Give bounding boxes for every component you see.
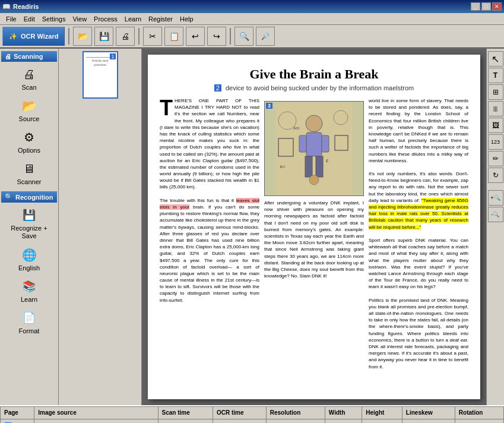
calc-tool-button[interactable]: 123 — [488, 134, 503, 150]
options-label: Options — [18, 147, 40, 154]
status-cell-height: 2602 — [362, 419, 402, 423]
menu-register[interactable]: Register — [145, 14, 176, 24]
redo-button[interactable]: ↪ — [207, 27, 226, 46]
content-area: 1 Article text preview Give the Brain a … — [59, 49, 486, 405]
copy-button[interactable]: 📋 — [164, 27, 183, 46]
recognize-save-button[interactable]: 💾 Recognize +Save — [2, 204, 56, 243]
zoom-out-button[interactable]: 🔎 — [256, 27, 275, 46]
table-tool-button[interactable]: ⊞ — [488, 84, 503, 100]
subtitle-text: device to avoid being sucked under by th… — [226, 84, 414, 91]
scanner-label: Scanner — [17, 178, 42, 185]
svg-point-14 — [309, 175, 319, 185]
rotate-tool-button[interactable]: ↻ — [488, 168, 503, 183]
thumb-number: 1 — [110, 53, 115, 59]
select-tool-button[interactable]: ↖ — [488, 51, 503, 67]
status-table: Page Image source Scan time OCR time Res… — [0, 406, 504, 423]
recognition-icon: 🔍 — [5, 193, 13, 201]
col-header-width: Width — [325, 407, 362, 419]
article-col2-container: 3 — [264, 97, 364, 370]
maximize-button[interactable]: □ — [481, 2, 491, 11]
menu-process[interactable]: Process — [90, 14, 121, 24]
recognize-label: Recognize +Save — [11, 225, 47, 240]
english-label: English — [18, 264, 40, 272]
format-button[interactable]: 📄 Format — [2, 307, 56, 337]
scanning-header: 🖨 Scanning — [1, 51, 57, 62]
image-badge: 3 — [266, 103, 272, 109]
menu-learn[interactable]: Learn — [121, 14, 145, 24]
scanning-section: 🖨 Scanning 🖨 Scan 📂 Source ⚙ Options 🖥 S… — [1, 51, 57, 189]
undo-button[interactable]: ↩ — [186, 27, 205, 46]
main-container: 🖨 Scanning 🖨 Scan 📂 Source ⚙ Options 🖥 S… — [0, 49, 504, 405]
learn-icon: 📚 — [21, 278, 37, 295]
svg-point-5 — [306, 115, 322, 132]
close-button[interactable]: ✕ — [492, 2, 502, 11]
highlighted-text: leaves slot elois in your — [160, 198, 259, 210]
menu-view[interactable]: View — [69, 14, 90, 24]
status-row: 1 C:\Program Files\Readiris... 8.61 - 30… — [1, 419, 504, 423]
article-col1: T HERE'S ONE PART OF THIS MAGAZINE I TRY… — [160, 97, 259, 370]
recognition-section: 🔍 Recognition 💾 Recognize +Save 🌐 Englis… — [1, 191, 57, 338]
scanning-label: Scanning — [14, 53, 43, 60]
svg-rect-7 — [299, 135, 306, 152]
zoom-in-button[interactable]: 🔍 — [234, 27, 253, 46]
status-cell-page: 1 — [1, 419, 34, 423]
cut-button[interactable]: ✂ — [143, 27, 162, 46]
learn-label: Learn — [21, 296, 37, 303]
recognition-label: Recognition — [15, 194, 53, 201]
col-header-ocrtime: OCR time — [213, 407, 266, 419]
col-header-height: Height — [362, 407, 402, 419]
learn-button[interactable]: 📚 Learn — [2, 275, 56, 306]
scan-label: Scan — [21, 84, 36, 91]
col-header-lineskew: Lineskew — [402, 407, 455, 419]
draw-tool-button[interactable]: ✏ — [488, 151, 503, 166]
status-bar-area: Page Image source Scan time OCR time Res… — [0, 405, 504, 423]
zoom-in-tool-button[interactable]: +🔍 — [488, 190, 503, 206]
menu-edit[interactable]: Edit — [20, 14, 39, 24]
options-icon: ⚙ — [21, 129, 37, 146]
right-toolbar: ↖ T ⊞ ||| 🖼 123 ✏ ↻ +🔍 -🔍 — [486, 49, 504, 405]
left-toolbar: 🖨 Scanning 🖨 Scan 📂 Source ⚙ Options 🖥 S… — [0, 49, 59, 405]
source-icon: 📂 — [21, 97, 37, 114]
recognition-header: 🔍 Recognition — [1, 191, 57, 203]
thumbnail-strip: 1 Article text preview — [59, 49, 142, 405]
open-button[interactable]: 📂 — [73, 27, 92, 46]
toolbar-separator-3 — [230, 28, 231, 45]
english-button[interactable]: 🌐 English — [2, 244, 56, 274]
page-thumbnail[interactable]: 1 Article text preview — [83, 51, 118, 99]
top-toolbar: ✨ OCR Wizard 📂 💾 🖨 ✂ 📋 ↩ ↪ 🔍 🔎 — [0, 25, 504, 49]
article-illustration: k= £ Am — [275, 103, 353, 195]
status-cell-source: C:\Program Files\Readiris... — [34, 419, 158, 423]
page-subtitle: 2 device to avoid being sucked under by … — [160, 84, 468, 91]
status-cell-scantime: 8.61 — [158, 419, 213, 423]
col-header-rotation: Rotation — [455, 407, 503, 419]
menu-help[interactable]: Help — [176, 14, 197, 24]
page-content: Give the Brain a Break 2 device to avoid… — [142, 49, 486, 405]
status-cell-width: 2074 — [325, 419, 362, 423]
svg-text:£: £ — [326, 158, 329, 163]
menu-file[interactable]: File — [2, 14, 20, 24]
svg-text:Am: Am — [293, 126, 300, 130]
source-button[interactable]: 📂 Source — [2, 94, 56, 125]
minimize-button[interactable]: _ — [471, 2, 480, 11]
ocr-wizard-button[interactable]: ✨ OCR Wizard — [2, 27, 65, 46]
barcode-tool-button[interactable]: ||| — [488, 101, 503, 116]
print-button[interactable]: 🖨 — [116, 27, 135, 46]
status-cell-resolution: 300 — [266, 419, 325, 423]
drop-cap: T — [160, 97, 173, 119]
source-label: Source — [19, 115, 40, 122]
svg-rect-10 — [316, 156, 323, 177]
status-cell-ocrtime: - — [213, 419, 266, 423]
title-bar: 📖 Readiris _ □ ✕ — [0, 0, 504, 13]
options-button[interactable]: ⚙ Options — [2, 126, 56, 157]
zoom-out-tool-button[interactable]: -🔍 — [488, 207, 503, 222]
window-title: Readiris — [13, 3, 39, 10]
text-tool-button[interactable]: T — [488, 68, 503, 83]
scan-icon: 🖨 — [21, 66, 37, 83]
menu-settings[interactable]: Settings — [39, 14, 69, 24]
save-button[interactable]: 💾 — [94, 27, 113, 46]
scanner-button[interactable]: 🖥 Scanner — [2, 157, 56, 188]
image-tool-button[interactable]: 🖼 — [488, 118, 503, 133]
english-icon: 🌐 — [21, 247, 37, 263]
scan-button[interactable]: 🖨 Scan — [2, 63, 56, 94]
app-icon: 📖 — [2, 3, 11, 11]
